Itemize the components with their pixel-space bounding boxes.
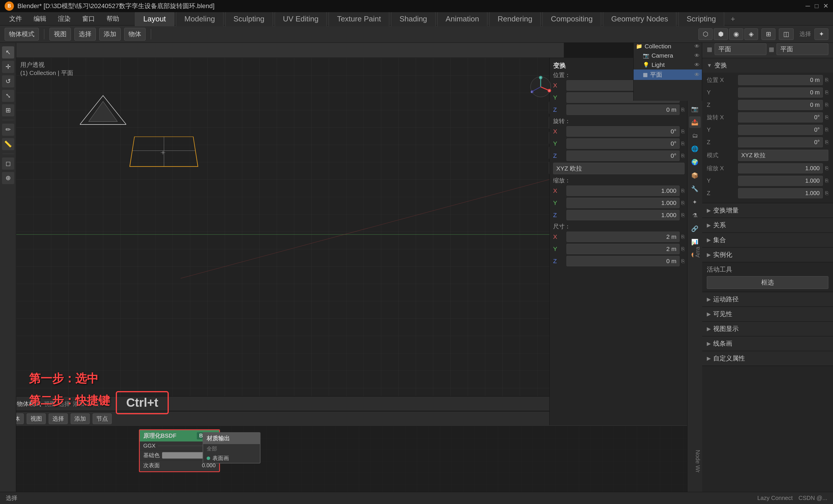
view-btn[interactable]: 视图 [49, 28, 71, 41]
viewport-display-header[interactable]: ▶ 视图显示 [702, 321, 833, 336]
ne-view-btn[interactable]: 视图 [27, 413, 46, 424]
menu-help[interactable]: 帮助 [102, 13, 124, 25]
dim-y-value[interactable]: 2 m [566, 244, 680, 254]
at-select-btn[interactable]: 选择 [58, 400, 70, 408]
scale-tool-btn[interactable]: ⤡ [2, 90, 14, 102]
dim-x-value[interactable]: 2 m [566, 232, 680, 242]
obj-pos-z-value[interactable]: 0 m [738, 100, 823, 110]
rot-x-value[interactable]: 0° [566, 126, 680, 137]
select-tool-btn[interactable]: ↖ [2, 46, 14, 58]
obj-mode-selector[interactable]: XYZ 欧拉 [738, 150, 828, 161]
outliner-scene-collection[interactable]: 📁 Collection 👁 [634, 42, 702, 51]
obj-rot-x-copy[interactable]: ⎘ [825, 114, 828, 120]
tab-scripting[interactable]: Scripting [678, 11, 724, 26]
object-name-field[interactable]: 平面 [715, 43, 766, 55]
delta-transform-header[interactable]: ▶ 变换增量 [702, 203, 833, 218]
rot-y-copy-icon[interactable]: ⎘ [681, 141, 685, 147]
tab-compositing[interactable]: Compositing [542, 11, 601, 26]
outliner-light-item[interactable]: 💡 Light 👁 [634, 60, 702, 70]
outliner-collection-eye[interactable]: 👁 [694, 43, 699, 49]
scale-z-value[interactable]: 1.000 [566, 210, 680, 220]
ne-select-btn[interactable]: 选择 [49, 413, 68, 424]
select-mode-btn[interactable]: ✦ [814, 28, 828, 40]
tab-texture-paint[interactable]: Texture Paint [329, 11, 389, 26]
outliner-light-eye[interactable]: 👁 [694, 62, 699, 68]
dim-y-copy-icon[interactable]: ⎘ [681, 246, 685, 252]
at-add-btn[interactable]: 添加 [73, 400, 85, 408]
obj-scale-x-copy[interactable]: ⎘ [825, 165, 828, 171]
material-output-node[interactable]: 材质输出 全部 表面画 体积(音量) 置换 [203, 432, 261, 463]
obj-pos-z-copy[interactable]: ⎘ [825, 102, 828, 108]
obj-rot-y-copy[interactable]: ⎘ [825, 127, 828, 133]
data-name-field[interactable]: 平面 [777, 43, 828, 55]
scale-z-copy-icon[interactable]: ⎘ [681, 212, 685, 218]
at-view-btn[interactable]: 视图 [44, 400, 55, 408]
pos-z-value[interactable]: 0 m [566, 104, 680, 115]
viewport-material-btn[interactable]: ◉ [729, 28, 743, 40]
dim-x-copy-icon[interactable]: ⎘ [681, 234, 685, 240]
tab-layout[interactable]: Layout [135, 11, 174, 26]
object-btn[interactable]: 物体 [124, 28, 146, 41]
props-tab-particles[interactable]: ✦ [689, 196, 701, 208]
visibility-header[interactable]: ▶ 可见性 [702, 307, 833, 321]
triangle-object[interactable] [80, 93, 126, 129]
at-nodes-btn[interactable]: 节点 [88, 400, 99, 408]
move-tool-btn[interactable]: ✛ [2, 61, 14, 73]
3d-viewport[interactable]: 用户透视 (1) Collection | 平面 Y X [16, 58, 564, 425]
obj-rot-z-copy[interactable]: ⎘ [825, 139, 828, 145]
measure-btn[interactable]: 📏 [2, 138, 14, 150]
props-tab-scene[interactable]: 🌐 [689, 143, 701, 154]
node-editor-canvas[interactable]: 原理化BSDF BSDF GGX 基础色 次表面 0.000 次表面半径 0.0… [0, 426, 702, 492]
viewport-solid-btn[interactable]: ⬢ [714, 28, 728, 40]
active-tool-btn[interactable]: 框选 [707, 276, 828, 289]
obj-rot-x-value[interactable]: 0° [738, 112, 823, 122]
obj-pos-x-copy[interactable]: ⎘ [825, 77, 828, 83]
rot-x-copy-icon[interactable]: ⎘ [681, 128, 685, 135]
close-btn[interactable]: ✕ [823, 2, 828, 10]
maximize-btn[interactable]: □ [815, 2, 818, 10]
viewport-render-btn[interactable]: ◈ [744, 28, 758, 40]
tab-sculpting[interactable]: Sculpting [225, 11, 273, 26]
dim-z-value[interactable]: 0 m [566, 256, 680, 266]
dim-z-copy-icon[interactable]: ⎘ [681, 258, 685, 264]
props-tab-modifier[interactable]: 🔧 [689, 183, 701, 195]
motion-paths-header[interactable]: ▶ 运动路径 [702, 292, 833, 307]
obj-pos-x-value[interactable]: 0 m [738, 75, 823, 85]
rot-z-value[interactable]: 0° [566, 150, 680, 161]
transform-header[interactable]: ▼ 变换 [702, 58, 833, 73]
tab-rendering[interactable]: Rendering [489, 11, 541, 26]
obj-scale-y-copy[interactable]: ⎘ [825, 178, 828, 184]
rot-y-value[interactable]: 0° [566, 138, 680, 149]
menu-render[interactable]: 渲染 [53, 13, 75, 25]
obj-scale-x-value[interactable]: 1.000 [738, 163, 823, 173]
minimize-btn[interactable]: ─ [806, 2, 810, 10]
scale-y-value[interactable]: 1.000 [566, 198, 680, 208]
outliner-plane-eye[interactable]: 👁 [694, 72, 699, 78]
obj-rot-y-value[interactable]: 0° [738, 125, 823, 135]
props-tab-physics[interactable]: ⚗ [689, 210, 701, 221]
obj-rot-z-value[interactable]: 0° [738, 137, 823, 147]
overlay-btn[interactable]: ⊞ [762, 28, 776, 40]
ne-add-btn[interactable]: 添加 [71, 413, 90, 424]
custom-props-header[interactable]: ▶ 自定义属性 [702, 351, 833, 366]
instancing-header[interactable]: ▶ 实例化 [702, 247, 833, 262]
props-tab-world[interactable]: 🌍 [689, 156, 701, 168]
obj-pos-y-value[interactable]: 0 m [738, 88, 823, 98]
collections-header[interactable]: ▶ 集合 [702, 233, 833, 247]
ne-nodes-btn[interactable]: 节点 [93, 413, 112, 424]
obj-scale-z-value[interactable]: 1.000 [738, 188, 823, 198]
annotate-btn[interactable]: ✏ [2, 124, 14, 136]
menu-window[interactable]: 窗口 [77, 13, 100, 25]
props-tab-constraints[interactable]: 🔗 [689, 223, 701, 235]
rot-mode-selector[interactable]: XYZ 欧拉 [553, 163, 685, 174]
relations-header[interactable]: ▶ 关系 [702, 218, 833, 233]
outliner-camera-item[interactable]: 📷 Camera 👁 [634, 51, 702, 60]
plane-object[interactable] [129, 137, 198, 167]
tab-add-btn[interactable]: + [726, 11, 739, 26]
outliner-plane-item[interactable]: ▦ 平面 👁 [634, 70, 702, 80]
select-btn[interactable]: 选择 [74, 28, 96, 41]
props-tab-view-layer[interactable]: 🗂 [689, 130, 701, 141]
props-tab-render[interactable]: 📷 [689, 103, 701, 115]
object-mode-btn[interactable]: 物体模式 [5, 28, 39, 41]
transform-tool-btn[interactable]: ⊞ [2, 104, 14, 116]
